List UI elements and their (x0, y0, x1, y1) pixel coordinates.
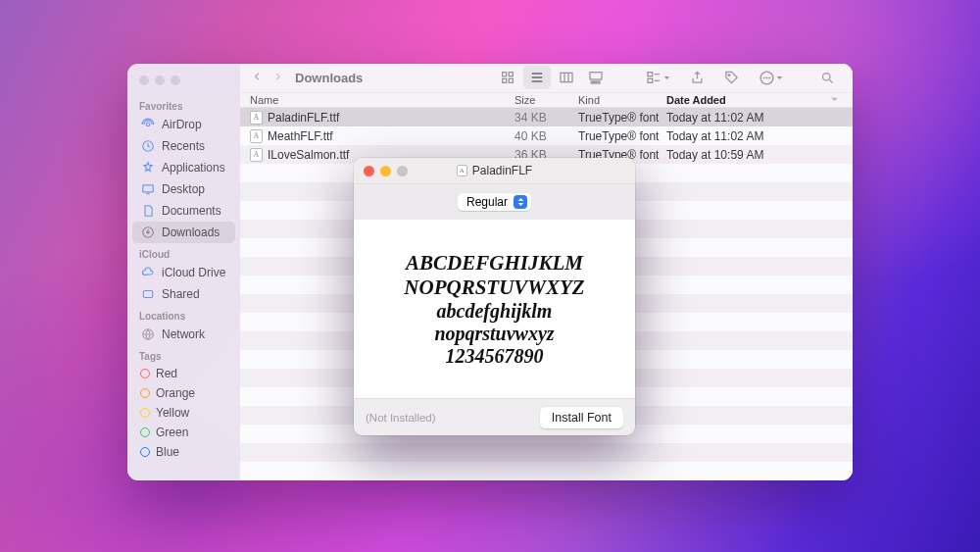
sidebar-item-label: Red (156, 367, 177, 380)
shared-icon (140, 286, 156, 302)
sidebar-item-label: AirDrop (162, 118, 202, 131)
sidebar-item-documents[interactable]: Documents (132, 200, 235, 222)
tag-dot-icon (140, 369, 150, 378)
dropdown-label: Regular (466, 195, 508, 209)
sidebar-item-downloads[interactable]: Downloads (132, 222, 235, 243)
forward-button[interactable] (272, 70, 283, 86)
applications-icon (140, 160, 156, 176)
search-button[interactable] (814, 67, 841, 89)
svg-point-19 (763, 77, 764, 78)
sidebar-item-label: Orange (156, 386, 195, 400)
fullscreen-icon[interactable] (171, 75, 180, 85)
minimize-icon[interactable] (380, 166, 391, 176)
documents-icon (140, 203, 156, 219)
sidebar: Favorites AirDrop Recents Applications D… (127, 64, 240, 480)
sidebar-section-locations: Locations (127, 305, 240, 324)
nav-buttons (252, 70, 283, 86)
sidebar-item-icloud-drive[interactable]: iCloud Drive (132, 262, 235, 283)
svg-point-17 (728, 75, 730, 76)
desktop-icon (140, 181, 156, 197)
sidebar-item-label: Documents (162, 204, 221, 218)
table-row[interactable]: AMeathFLF.ttf 40 KB TrueType® font Today… (240, 126, 853, 145)
preview-title: A PaladinFLF (457, 164, 532, 177)
sidebar-section-icloud: iCloud (127, 243, 240, 262)
svg-rect-13 (595, 81, 597, 83)
sample-lower-1: abcdefghijklm (437, 300, 553, 323)
close-icon[interactable] (364, 166, 374, 176)
tag-dot-icon (140, 447, 150, 457)
toolbar: Downloads (240, 64, 853, 93)
sidebar-tag-green[interactable]: Green (132, 423, 235, 442)
install-font-button[interactable]: Install Font (540, 407, 623, 428)
file-size: 34 KB (514, 111, 578, 125)
file-kind: TrueType® font (578, 111, 666, 125)
sidebar-section-tags: Tags (127, 345, 240, 364)
downloads-icon (140, 225, 156, 240)
column-headers[interactable]: Name Size Kind Date Added (240, 93, 853, 108)
sidebar-item-label: iCloud Drive (162, 266, 225, 279)
sidebar-item-network[interactable]: Network (132, 324, 235, 345)
col-kind[interactable]: Kind (578, 94, 666, 106)
sample-lower-2: nopqrstuvwxyz (434, 323, 554, 345)
sidebar-item-applications[interactable]: Applications (132, 157, 235, 178)
sidebar-tag-blue[interactable]: Blue (132, 442, 235, 462)
file-date: Today at 11:02 AM (666, 129, 853, 143)
col-name[interactable]: Name (240, 94, 514, 106)
svg-rect-4 (143, 291, 152, 298)
sidebar-item-label: Applications (162, 161, 225, 175)
sidebar-item-desktop[interactable]: Desktop (132, 178, 235, 200)
sample-upper-1: ABCDEFGHIJKLM (406, 251, 583, 276)
svg-rect-9 (509, 79, 513, 83)
sidebar-item-label: Desktop (162, 182, 205, 196)
sidebar-tag-yellow[interactable]: Yellow (132, 403, 235, 423)
action-button[interactable] (753, 66, 789, 90)
page-title: Downloads (295, 71, 363, 85)
svg-rect-11 (590, 73, 602, 79)
file-name: MeathFLF.ttf (268, 129, 333, 143)
sidebar-tag-orange[interactable]: Orange (132, 383, 235, 403)
col-date[interactable]: Date Added (666, 94, 853, 106)
close-icon[interactable] (139, 75, 149, 85)
fullscreen-icon[interactable] (397, 166, 408, 176)
sidebar-section-favorites: Favorites (127, 95, 240, 114)
finder-traffic-lights[interactable] (127, 72, 240, 95)
col-size[interactable]: Size (514, 94, 578, 106)
view-list-button[interactable] (523, 66, 551, 89)
view-icons-button[interactable] (494, 66, 521, 89)
view-mode-group (494, 66, 610, 89)
minimize-icon[interactable] (155, 75, 165, 85)
share-button[interactable] (684, 66, 710, 89)
file-name: PaladinFLF.ttf (268, 111, 339, 125)
file-name: ILoveSalmon.ttf (268, 148, 349, 162)
grouping-button[interactable] (639, 66, 676, 89)
svg-point-22 (823, 73, 831, 80)
tag-button[interactable] (718, 66, 745, 89)
tag-dot-icon (140, 427, 150, 437)
svg-point-20 (766, 77, 767, 78)
sidebar-item-label: Downloads (162, 226, 220, 239)
svg-point-21 (769, 77, 770, 78)
font-sample-area: ABCDEFGHIJKLM NOPQRSTUVWXYZ abcdefghijkl… (354, 220, 635, 398)
sidebar-tag-red[interactable]: Red (132, 364, 235, 383)
table-row[interactable]: APaladinFLF.ttf 34 KB TrueType® font Tod… (240, 108, 853, 126)
network-icon (140, 326, 156, 342)
airdrop-icon (140, 117, 156, 132)
sidebar-item-recents[interactable]: Recents (132, 135, 235, 157)
preview-titlebar[interactable]: A PaladinFLF (354, 158, 635, 184)
svg-rect-8 (503, 79, 507, 83)
svg-point-0 (146, 123, 150, 126)
icloud-icon (140, 265, 156, 280)
font-style-dropdown[interactable]: Regular (458, 193, 531, 211)
chevron-down-icon (830, 94, 839, 106)
back-button[interactable] (252, 70, 263, 86)
preview-traffic-lights[interactable] (364, 166, 408, 176)
sidebar-item-airdrop[interactable]: AirDrop (132, 114, 235, 135)
view-gallery-button[interactable] (582, 66, 610, 89)
sidebar-item-label: Yellow (156, 406, 189, 420)
dropdown-stepper-icon (514, 195, 527, 209)
font-file-icon: A (250, 111, 263, 125)
svg-rect-15 (648, 73, 653, 76)
sidebar-item-shared[interactable]: Shared (132, 283, 235, 305)
file-size: 40 KB (514, 129, 578, 143)
view-columns-button[interactable] (553, 66, 580, 89)
